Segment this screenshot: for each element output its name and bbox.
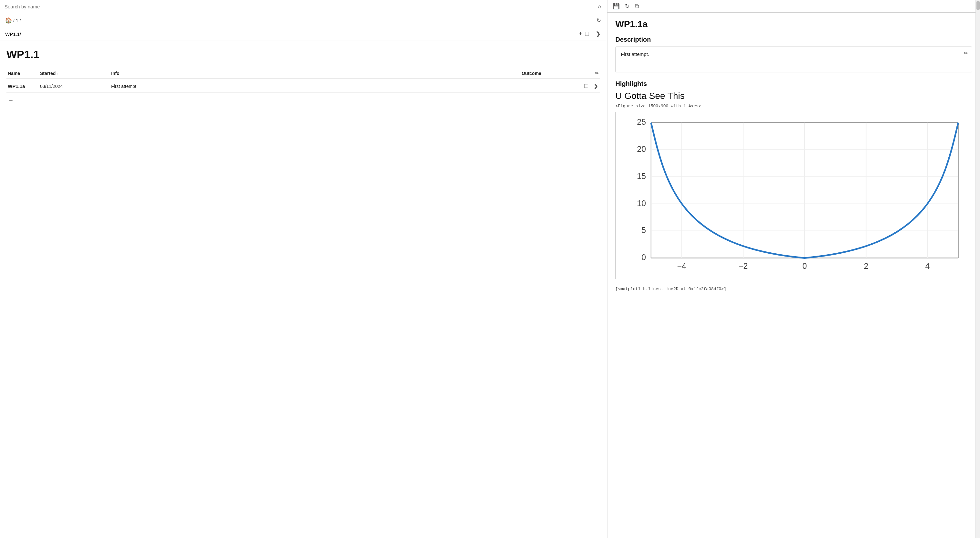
svg-text:5: 5 xyxy=(642,226,646,235)
folder-row: WP1.1/ + ☐ ❯ xyxy=(0,28,607,40)
description-box: First attempt. ✏ xyxy=(615,46,972,72)
search-input[interactable] xyxy=(5,4,594,10)
svg-text:10: 10 xyxy=(637,199,646,208)
right-panel-toolbar: 💾 ↻ ⧉ xyxy=(608,0,980,13)
highlights-subtitle: U Gotta See This xyxy=(615,91,972,101)
open-external-icon-button[interactable]: ☐ xyxy=(583,30,591,38)
parabola-chart: 0 5 10 15 20 25 −4 xyxy=(618,115,969,276)
table-header: Name Started ↑ Info Outcome ✏ xyxy=(6,68,600,78)
col-started[interactable]: Started ↑ xyxy=(40,71,111,76)
refresh-button[interactable]: ↻ xyxy=(625,3,630,10)
svg-text:0: 0 xyxy=(642,253,646,262)
page-title: WP1.1 xyxy=(6,48,600,61)
right-panel-title: WP1.1a xyxy=(615,19,972,29)
refresh-icon-button[interactable]: ↻ xyxy=(596,16,601,25)
scrollbar-thumb[interactable] xyxy=(977,1,980,10)
row-open-external-button[interactable]: ☐ xyxy=(582,83,590,90)
content-area: WP1.1 Name Started ↑ Info Outcome ✏ xyxy=(0,40,607,538)
folder-actions: ☐ ❯ xyxy=(583,30,601,38)
svg-text:2: 2 xyxy=(864,261,869,271)
row-started: 03/11/2024 xyxy=(40,84,111,89)
table: Name Started ↑ Info Outcome ✏ WP1.1a 03/… xyxy=(6,68,600,93)
add-folder-button[interactable]: + xyxy=(578,30,584,38)
highlights-label: Highlights xyxy=(615,80,972,88)
svg-text:4: 4 xyxy=(925,261,930,271)
search-icon-button[interactable]: ⌕ xyxy=(597,3,602,10)
table-edit-button[interactable]: ✏ xyxy=(595,70,599,76)
search-bar: ⌕ xyxy=(0,0,607,13)
table-row: WP1.1a 03/11/2024 First attempt. ☐ ❯ xyxy=(6,80,600,93)
svg-text:20: 20 xyxy=(637,145,646,153)
sort-arrow-icon: ↑ xyxy=(57,72,59,75)
svg-text:0: 0 xyxy=(803,261,807,271)
home-icon: 🏠 xyxy=(5,17,12,24)
breadcrumb: / 1 / xyxy=(13,18,21,23)
svg-text:25: 25 xyxy=(637,117,646,126)
folder-label: WP1.1/ xyxy=(5,31,578,37)
highlights-section: Highlights U Gotta See This <Figure size… xyxy=(615,80,972,291)
description-edit-button[interactable]: ✏ xyxy=(964,50,968,56)
svg-text:−2: −2 xyxy=(739,261,748,271)
col-outcome: Outcome xyxy=(522,71,586,76)
svg-text:15: 15 xyxy=(637,172,646,181)
save-button[interactable]: 💾 xyxy=(612,3,620,10)
description-text: First attempt. xyxy=(621,51,649,57)
row-info: First attempt. xyxy=(111,84,522,89)
scrollbar[interactable] xyxy=(975,0,980,538)
open-external-button[interactable]: ⧉ xyxy=(635,3,639,10)
chart-caption: [<matplotlib.lines.Line2D at 0x1fc2fa08d… xyxy=(615,287,972,291)
right-panel: WP1.1a Description First attempt. ✏ High… xyxy=(608,13,980,538)
svg-text:−4: −4 xyxy=(677,261,687,271)
description-label: Description xyxy=(615,36,972,43)
row-actions: ☐ ❯ xyxy=(586,83,599,90)
chevron-right-icon-button[interactable]: ❯ xyxy=(595,30,601,38)
col-info: Info xyxy=(111,71,522,76)
add-run-button[interactable]: + xyxy=(6,96,16,106)
row-chevron-button[interactable]: ❯ xyxy=(592,83,599,90)
left-panel: ⌕ 🏠 / 1 / ↻ WP1.1/ + ☐ ❯ WP1.1 Name xyxy=(0,0,608,538)
chart-container: 0 5 10 15 20 25 −4 xyxy=(615,112,972,279)
col-edit[interactable]: ✏ xyxy=(586,70,599,76)
figure-label: <Figure size 1500x900 with 1 Axes> xyxy=(615,104,972,108)
right-panel-wrapper: 💾 ↻ ⧉ WP1.1a Description First attempt. … xyxy=(608,0,980,538)
row-name: WP1.1a xyxy=(8,83,40,89)
col-name: Name xyxy=(8,71,40,76)
